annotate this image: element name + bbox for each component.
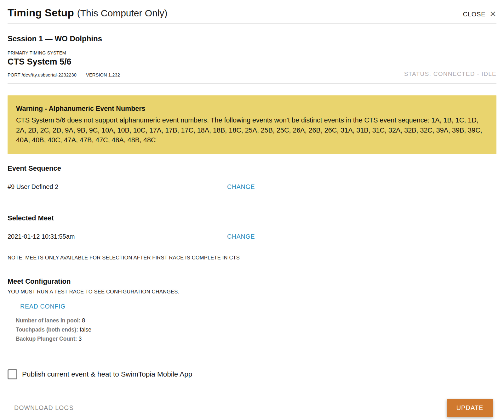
timing-system-name: CTS System 5/6 [8, 57, 496, 67]
selected-meet-note: NOTE: MEETS ONLY AVAILABLE FOR SELECTION… [8, 255, 496, 261]
port-value: /dev/tty.usbserial-2232230 [22, 72, 77, 77]
event-sequence-row: #9 User Defined 2 CHANGE [8, 183, 496, 191]
page-title: Timing Setup [8, 7, 74, 19]
session-block: Session 1 — WO Dolphins PRIMARY TIMING S… [8, 34, 496, 77]
warning-banner: Warning - Alphanumeric Event Numbers CTS… [8, 95, 496, 154]
publish-checkbox[interactable] [8, 369, 17, 379]
publish-row: Publish current event & heat to SwimTopi… [8, 369, 496, 379]
event-sequence-change-link[interactable]: CHANGE [227, 183, 255, 190]
connection-status: STATUS: CONNECTED - IDLE [404, 71, 496, 77]
title-group: Timing Setup (This Computer Only) [8, 7, 168, 19]
section-divider [8, 83, 496, 84]
dialog-footer: DOWNLOAD LOGS UPDATE [8, 399, 496, 417]
selected-meet-value: 2021-01-12 10:31:55am [8, 233, 75, 240]
download-logs-link[interactable]: DOWNLOAD LOGS [14, 404, 74, 411]
version-label: VERSION [86, 72, 107, 77]
meet-configuration-heading: Meet Configuration [8, 277, 496, 286]
config-row-touchpads: Touchpads (both ends):false [16, 325, 496, 334]
read-config-link[interactable]: READ CONFIG [20, 303, 66, 310]
close-icon: ✕ [489, 10, 496, 19]
close-button-label: CLOSE [463, 11, 486, 18]
event-sequence-value: #9 User Defined 2 [8, 183, 58, 190]
config-row-lanes: Number of lanes in pool:8 [16, 316, 496, 325]
config-value: false [80, 326, 91, 333]
page-subtitle: (This Computer Only) [77, 8, 168, 19]
meet-configuration-note: YOU MUST RUN A TEST RACE TO SEE CONFIGUR… [8, 289, 496, 295]
timing-setup-dialog: Timing Setup (This Computer Only) CLOSE … [0, 0, 504, 420]
primary-timing-system-label: PRIMARY TIMING SYSTEM [8, 50, 496, 55]
port-label: PORT [8, 72, 20, 77]
session-title: Session 1 — WO Dolphins [8, 34, 496, 43]
port-status-row: PORT/dev/tty.usbserial-2232230VERSION1.2… [8, 71, 496, 77]
warning-title: Warning - Alphanumeric Event Numbers [16, 105, 488, 113]
version-value: 1.232 [108, 72, 120, 77]
config-label: Touchpads (both ends): [16, 326, 78, 333]
config-row-backup-plunger: Backup Plunger Count:3 [16, 334, 496, 343]
config-label: Backup Plunger Count: [16, 336, 77, 342]
dialog-header: Timing Setup (This Computer Only) CLOSE … [8, 0, 496, 24]
config-value: 3 [78, 336, 82, 342]
selected-meet-heading: Selected Meet [8, 214, 496, 222]
publish-checkbox-label: Publish current event & heat to SwimTopi… [22, 370, 192, 378]
selected-meet-change-link[interactable]: CHANGE [227, 233, 255, 240]
update-button[interactable]: UPDATE [447, 399, 493, 417]
config-list: Number of lanes in pool:8 Touchpads (bot… [16, 316, 496, 343]
config-value: 8 [82, 317, 85, 324]
selected-meet-row: 2021-01-12 10:31:55am CHANGE [8, 233, 496, 241]
warning-body: CTS System 5/6 does not support alphanum… [16, 116, 482, 145]
config-label: Number of lanes in pool: [16, 317, 80, 324]
close-button[interactable]: CLOSE ✕ [463, 10, 496, 19]
event-sequence-heading: Event Sequence [8, 164, 496, 173]
port-version-info: PORT/dev/tty.usbserial-2232230VERSION1.2… [8, 72, 120, 77]
